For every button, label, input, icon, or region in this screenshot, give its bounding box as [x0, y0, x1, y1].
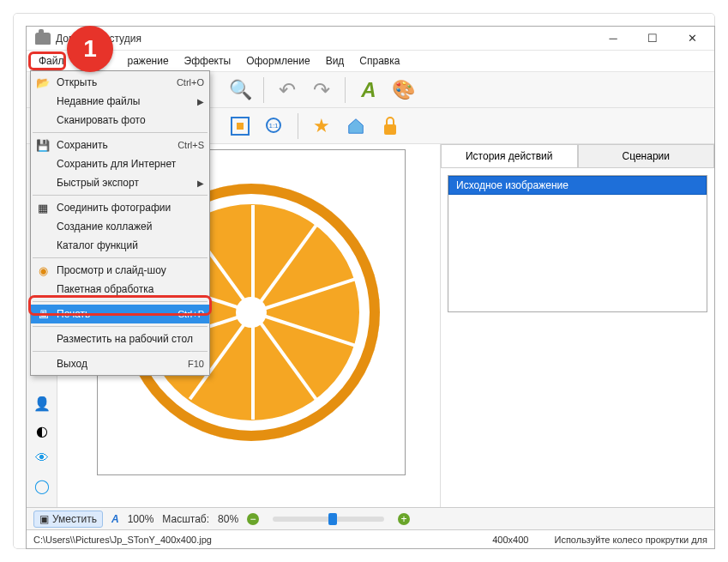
titlebar: Домашняя студия ─ ☐ ✕	[27, 27, 714, 51]
menu-slideshow[interactable]: ◉ Просмотр и слайд-шоу	[31, 261, 209, 280]
fit-icon: ▣	[39, 513, 49, 525]
menu-join-photos[interactable]: ▦ Соединить фотографии	[31, 198, 209, 217]
zoom-100: 100%	[128, 513, 154, 525]
svg-rect-4	[384, 124, 396, 135]
menu-save-web[interactable]: Сохранить для Интернет	[31, 154, 209, 173]
menu-image-partial[interactable]: ражение	[121, 52, 176, 69]
menu-batch[interactable]: Пакетная обработка	[31, 280, 209, 299]
menu-design[interactable]: Оформление	[239, 52, 316, 69]
image-dimensions: 400x400	[492, 535, 528, 545]
eye-tool-icon[interactable]: 👁	[33, 450, 51, 467]
fit-label: Уместить	[52, 513, 97, 525]
fit-button[interactable]: ▣ Уместить	[33, 511, 103, 528]
menu-quick-export[interactable]: Быстрый экспорт ▶	[31, 173, 209, 192]
slideshow-icon: ◉	[36, 263, 50, 277]
scale-value: 80%	[218, 513, 238, 525]
annotation-step-badge: 1	[67, 26, 113, 72]
zoom-in-button[interactable]: +	[398, 513, 410, 525]
fit-screen-icon[interactable]	[226, 112, 255, 141]
menu-view[interactable]: Вид	[319, 52, 352, 69]
tab-history[interactable]: История действий	[441, 144, 578, 167]
text-a-icon: A	[111, 513, 119, 525]
menu-help[interactable]: Справка	[352, 52, 406, 69]
menu-open[interactable]: 📂 Открыть Ctrl+O	[31, 73, 209, 92]
actual-size-icon[interactable]: 1:1	[260, 112, 289, 141]
menu-save[interactable]: 💾 Сохранить Ctrl+S	[31, 136, 209, 154]
redo-icon[interactable]: ↷	[307, 76, 336, 105]
ellipse-tool-icon[interactable]: ◯	[33, 477, 51, 494]
file-menu-dropdown: 📂 Открыть Ctrl+O Недавние файлы ▶ Сканир…	[30, 70, 210, 376]
zoom-out-button[interactable]: −	[247, 513, 259, 525]
menu-scan[interactable]: Сканировать фото	[31, 111, 209, 130]
statusbar-zoom: ▣ Уместить A 100% Масштаб: 80% − +	[27, 507, 714, 529]
close-button[interactable]: ✕	[680, 30, 704, 47]
scroll-hint: Используйте колесо прокрутки для	[554, 535, 707, 545]
person-tool-icon[interactable]: 👤	[33, 395, 51, 412]
menu-exit[interactable]: Выход F10	[31, 354, 209, 373]
statusbar-info: C:\Users\\Pictures\Jp_STonY_400x400.jpg …	[27, 529, 714, 548]
star-icon[interactable]: ★	[307, 112, 336, 141]
lock-icon[interactable]	[376, 112, 405, 141]
undo-icon[interactable]: ↶	[273, 76, 302, 105]
maximize-button[interactable]: ☐	[641, 30, 665, 47]
printer-icon: 🖶	[36, 307, 50, 321]
menu-print[interactable]: 🖶 Печать Ctrl+P	[31, 305, 209, 323]
app-icon	[35, 33, 51, 45]
text-icon[interactable]: A	[354, 76, 383, 105]
contrast-tool-icon[interactable]: ◐	[33, 422, 51, 439]
menu-file[interactable]: Файл	[32, 52, 71, 69]
minimize-button[interactable]: ─	[601, 30, 625, 47]
history-item-original[interactable]: Исходное изображение	[448, 176, 707, 195]
svg-text:1:1: 1:1	[268, 122, 279, 130]
path-label: C:\Users\\Pictures\Jp_STonY_400x400.jpg	[33, 535, 212, 545]
tab-scenarios[interactable]: Сценарии	[578, 144, 715, 167]
window-title: Домашняя студия	[56, 33, 601, 45]
menu-effects[interactable]: Эффекты	[177, 52, 238, 69]
svg-rect-1	[237, 123, 244, 130]
menu-catalog[interactable]: Каталог функций	[31, 236, 209, 255]
folder-open-icon: 📂	[36, 76, 50, 89]
panel-tabs: История действий Сценарии	[441, 144, 714, 168]
zoom-slider[interactable]	[273, 517, 384, 522]
save-icon: 💾	[36, 138, 50, 152]
right-panel: История действий Сценарии Исходное изобр…	[440, 144, 714, 507]
menubar: Файл ражение Эффекты Оформление Вид Спра…	[27, 51, 714, 72]
menu-set-desktop[interactable]: Разместить на рабочий стол	[31, 329, 209, 348]
home-icon[interactable]	[341, 112, 370, 141]
palette-icon[interactable]: 🎨	[388, 76, 418, 105]
history-list[interactable]: Исходное изображение	[448, 175, 707, 312]
zoom-icon[interactable]: 🔍	[226, 76, 255, 105]
menu-recent[interactable]: Недавние файлы ▶	[31, 92, 209, 111]
menu-collage[interactable]: Создание коллажей	[31, 217, 209, 236]
scale-label: Масштаб:	[162, 513, 209, 525]
grid-icon: ▦	[36, 201, 50, 215]
